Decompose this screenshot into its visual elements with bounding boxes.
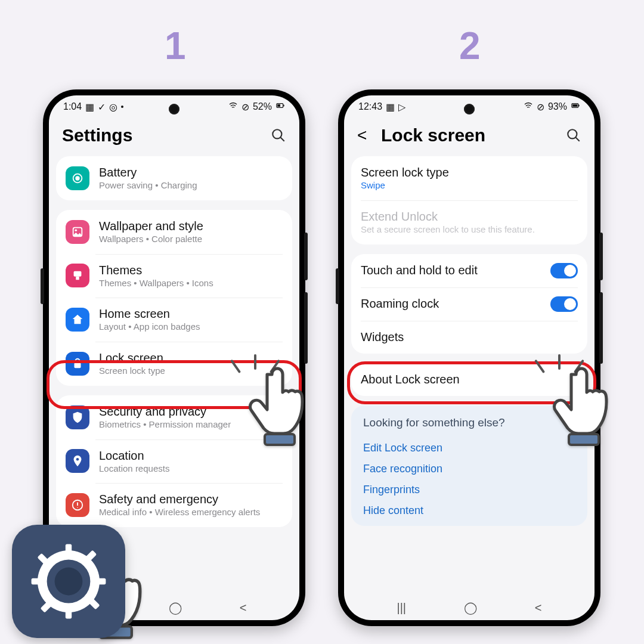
step-number-1: 1	[165, 24, 186, 68]
lock-icon	[66, 352, 89, 376]
svg-rect-8	[74, 271, 82, 277]
suggestion-link[interactable]: Fingerprints	[363, 479, 575, 500]
item-title: Touch and hold to edit	[361, 263, 541, 278]
check-icon: ✓	[98, 101, 106, 113]
suggestion-link[interactable]: Hide content	[363, 500, 575, 521]
item-title: Roaming clock	[361, 296, 541, 311]
item-roaming-clock[interactable]: Roaming clock	[351, 287, 587, 321]
suggestions-title: Looking for something else?	[363, 416, 575, 429]
svg-point-7	[75, 229, 77, 231]
svg-point-11	[76, 458, 79, 461]
svg-rect-9	[76, 277, 79, 280]
image-icon	[66, 220, 89, 244]
lockscreen-header: < Lock screen	[344, 118, 595, 156]
settings-item-location[interactable]: Location Location requests	[56, 439, 292, 484]
settings-item-safety[interactable]: Safety and emergency Medical info • Wire…	[56, 483, 292, 527]
step-number-2: 2	[459, 24, 481, 68]
svg-rect-20	[66, 606, 72, 619]
item-sub: Medical info • Wireless emergency alerts	[99, 507, 283, 518]
settings-item-home-screen[interactable]: Home screen Layout • App icon badges	[56, 298, 292, 342]
item-title: Safety and emergency	[99, 492, 283, 507]
sos-icon	[66, 493, 89, 517]
battery-icon	[275, 101, 285, 113]
settings-item-battery[interactable]: Battery Power saving • Charging	[56, 156, 292, 200]
settings-item-lock-screen[interactable]: Lock screen Screen lock type	[56, 342, 292, 386]
target-icon: ◎	[109, 101, 117, 113]
brush-icon	[66, 264, 89, 287]
status-time: 1:04	[63, 101, 82, 112]
settings-item-themes[interactable]: Themes Themes • Wallpapers • Icons	[56, 254, 292, 298]
status-bar: 1:04 ▦ ✓ ◎ ⊘ 52%	[49, 95, 299, 118]
svg-point-18	[55, 568, 83, 596]
svg-rect-10	[75, 363, 81, 368]
battery-icon	[571, 101, 580, 113]
settings-item-wallpaper[interactable]: Wallpaper and style Wallpapers • Color p…	[56, 210, 292, 254]
item-screen-lock-type[interactable]: Screen lock type Swipe	[351, 156, 587, 200]
status-time: 12:43	[358, 101, 382, 112]
item-sub: Biometrics • Permission manager	[99, 419, 283, 431]
svg-rect-1	[277, 104, 280, 107]
pin-icon	[66, 449, 89, 473]
svg-rect-15	[578, 105, 579, 107]
svg-rect-22	[94, 578, 106, 584]
svg-point-3	[273, 129, 281, 138]
svg-point-5	[76, 177, 79, 180]
item-sub: Power saving • Charging	[99, 180, 283, 191]
toggle-switch[interactable]	[550, 296, 578, 312]
item-title: Home screen	[99, 306, 283, 321]
battery-icon	[66, 166, 89, 190]
nav-back-icon[interactable]: <	[240, 601, 247, 615]
item-sub: Wallpapers • Color palette	[99, 234, 283, 245]
no-data-icon: ⊘	[537, 101, 544, 113]
shield-icon	[66, 405, 89, 429]
item-sub: Screen lock type	[99, 366, 283, 377]
suggestion-link[interactable]: Edit Lock screen	[363, 438, 575, 459]
nav-home-icon[interactable]: ◯	[169, 600, 182, 615]
item-sub: Set a secure screen lock to use this fea…	[361, 224, 578, 236]
nav-back-icon[interactable]: <	[535, 601, 542, 615]
item-about-lock-screen[interactable]: About Lock screen	[351, 363, 587, 396]
toggle-switch[interactable]	[550, 263, 578, 278]
item-title: Location	[99, 448, 283, 463]
phone-mock-2: 12:43 ▦ ▷ ⊘ 93% < Lock screen	[338, 89, 600, 626]
status-battery: 93%	[548, 101, 567, 112]
suggestions-card: Looking for something else? Edit Lock sc…	[351, 405, 587, 526]
no-data-icon: ⊘	[242, 101, 249, 113]
wifi-icon	[228, 101, 238, 113]
item-touch-hold-edit[interactable]: Touch and hold to edit	[351, 254, 587, 287]
svg-rect-14	[572, 104, 577, 107]
page-title: Settings	[62, 125, 262, 145]
item-title: Lock screen	[99, 351, 283, 366]
status-bar: 12:43 ▦ ▷ ⊘ 93%	[344, 95, 595, 118]
item-sub: Location requests	[99, 463, 283, 475]
item-title: Screen lock type	[361, 165, 578, 180]
search-icon[interactable]	[271, 128, 286, 143]
item-title: Widgets	[361, 330, 578, 345]
android-navbar: ||| ◯ <	[344, 595, 595, 620]
item-title: Battery	[99, 165, 283, 180]
image-icon: ▦	[386, 101, 395, 113]
play-icon: ▷	[398, 101, 405, 113]
status-battery: 52%	[253, 101, 272, 112]
settings-app-icon[interactable]	[12, 525, 125, 638]
item-sub: Layout • App icon badges	[99, 321, 283, 333]
svg-rect-21	[32, 578, 44, 584]
settings-item-security[interactable]: Security and privacy Biometrics • Permis…	[56, 395, 292, 439]
suggestion-link[interactable]: Face recognition	[363, 459, 575, 479]
back-icon[interactable]: <	[357, 126, 373, 145]
image-icon: ▦	[85, 101, 94, 113]
nav-recent-icon[interactable]: |||	[397, 601, 406, 615]
nav-home-icon[interactable]: ◯	[464, 600, 477, 615]
settings-header: Settings	[49, 118, 299, 156]
svg-rect-2	[283, 105, 284, 107]
item-sub: Themes • Wallpapers • Icons	[99, 278, 283, 289]
item-title: Extend Unlock	[361, 209, 578, 224]
item-title: Wallpaper and style	[99, 219, 283, 234]
home-icon	[66, 308, 89, 332]
item-sub: Swipe	[361, 180, 578, 191]
search-icon[interactable]	[566, 128, 581, 143]
item-title: About Lock screen	[361, 372, 578, 387]
svg-point-16	[568, 129, 577, 138]
wifi-icon	[524, 101, 533, 113]
item-widgets[interactable]: Widgets	[351, 321, 587, 354]
